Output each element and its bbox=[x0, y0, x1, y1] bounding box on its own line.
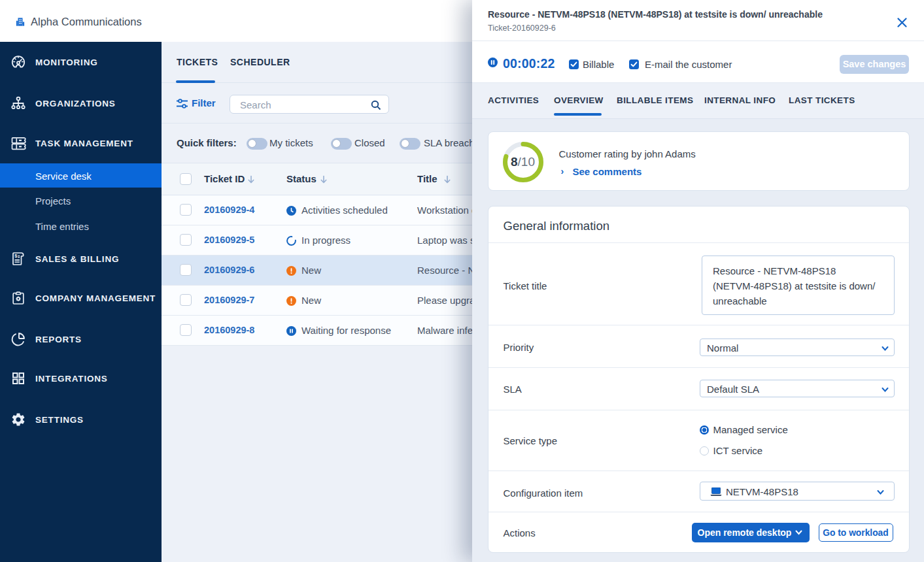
svg-text:$: $ bbox=[14, 253, 18, 259]
